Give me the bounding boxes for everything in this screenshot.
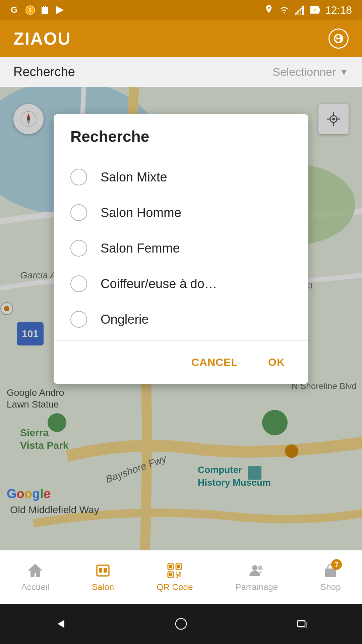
- logout-button[interactable]: [328, 29, 349, 49]
- wifi-icon: [279, 5, 290, 15]
- status-icons-right: ⚡ 12:18: [263, 4, 352, 16]
- dialog-actions: CANCEL OK: [54, 341, 308, 384]
- battery-icon: ⚡: [310, 5, 320, 15]
- svg-rect-62: [176, 572, 177, 573]
- g-icon: G: [10, 5, 21, 15]
- svg-rect-54: [99, 568, 102, 573]
- option-salon-homme[interactable]: Salon Homme: [54, 195, 308, 230]
- svg-point-69: [258, 566, 262, 570]
- home-icon: [26, 562, 44, 579]
- option-label-coiffeur: Coiffeur/euse à do…: [101, 277, 217, 291]
- android-nav-bar: [0, 604, 362, 644]
- svg-rect-13: [318, 8, 320, 12]
- svg-rect-57: [169, 565, 172, 568]
- option-salon-femme[interactable]: Salon Femme: [54, 230, 308, 266]
- recherche-dialog: Recherche Salon Mixte Salon Homme Salon …: [54, 114, 308, 384]
- dropdown-arrow-icon: ▼: [339, 67, 349, 77]
- dialog-options: Salon Mixte Salon Homme Salon Femme Coif…: [54, 156, 308, 340]
- svg-rect-59: [177, 565, 180, 568]
- svg-rect-53: [97, 565, 109, 576]
- option-label-salon-homme: Salon Homme: [101, 206, 181, 220]
- qrcode-icon: [166, 562, 183, 579]
- option-onglerie[interactable]: Onglerie: [54, 302, 308, 337]
- status-bar: G $: [0, 0, 362, 20]
- sdcard-icon: [40, 5, 50, 15]
- location-icon: [263, 5, 274, 15]
- nav-item-shop[interactable]: 7 Shop: [320, 562, 341, 592]
- recents-button[interactable]: [288, 610, 315, 637]
- option-salon-mixte[interactable]: Salon Mixte: [54, 159, 308, 195]
- nav-label-accueil: Accueil: [21, 582, 49, 592]
- salon-icon: [94, 562, 112, 579]
- status-time: 12:18: [325, 4, 352, 16]
- nav-item-parrainage[interactable]: Parrainage: [235, 562, 278, 592]
- svg-rect-55: [104, 568, 107, 573]
- svg-text:G: G: [11, 5, 17, 15]
- svg-rect-5: [45, 6, 46, 8]
- option-label-onglerie: Onglerie: [101, 312, 149, 327]
- shop-badge: 7: [331, 559, 342, 570]
- nav-label-shop: Shop: [320, 582, 341, 592]
- select-placeholder: Selectionner: [273, 65, 336, 78]
- radio-salon-femme[interactable]: [70, 240, 87, 257]
- nav-label-salon: Salon: [92, 582, 114, 592]
- back-button[interactable]: [47, 610, 74, 637]
- bottom-nav: Accueil Salon: [0, 550, 362, 604]
- playstore-icon: [54, 5, 65, 15]
- nav-item-accueil[interactable]: Accueil: [21, 562, 49, 592]
- svg-rect-61: [169, 573, 172, 576]
- nav-item-salon[interactable]: Salon: [92, 562, 114, 592]
- app-header: ZIAOU: [0, 20, 362, 57]
- radio-coiffeur[interactable]: [70, 275, 87, 292]
- option-coiffeur[interactable]: Coiffeur/euse à do…: [54, 266, 308, 302]
- svg-rect-65: [176, 575, 177, 577]
- parrainage-icon: [248, 562, 265, 579]
- svg-text:$: $: [29, 7, 32, 13]
- radio-onglerie[interactable]: [70, 311, 87, 328]
- search-label: Recherche: [13, 65, 75, 79]
- option-label-salon-femme: Salon Femme: [101, 241, 180, 256]
- ok-button[interactable]: OK: [258, 351, 295, 374]
- radio-salon-mixte[interactable]: [70, 169, 87, 185]
- svg-point-68: [252, 565, 257, 571]
- select-dropdown[interactable]: Selectionner ▼: [273, 65, 349, 78]
- svg-marker-6: [56, 6, 64, 14]
- svg-rect-4: [43, 6, 44, 8]
- home-button[interactable]: [168, 610, 194, 637]
- svg-rect-70: [325, 569, 336, 577]
- svg-point-72: [176, 619, 186, 629]
- svg-marker-71: [58, 620, 64, 628]
- cancel-button[interactable]: CANCEL: [181, 351, 248, 374]
- radio-salon-homme[interactable]: [70, 204, 87, 221]
- coin-icon: $: [25, 5, 36, 15]
- app-title: ZIAOU: [13, 29, 71, 49]
- option-label-salon-mixte: Salon Mixte: [101, 170, 167, 184]
- nav-label-parrainage: Parrainage: [235, 582, 278, 592]
- svg-text:⚡: ⚡: [312, 7, 317, 12]
- search-bar: Recherche Selectionner ▼: [0, 57, 362, 87]
- shop-icon-wrap: 7: [322, 562, 339, 579]
- signal-icon: [294, 5, 305, 15]
- dialog-title: Recherche: [54, 114, 308, 156]
- nav-label-qrcode: QR Code: [157, 582, 193, 592]
- nav-item-qrcode[interactable]: QR Code: [157, 562, 193, 592]
- status-icons-left: G $: [10, 5, 65, 15]
